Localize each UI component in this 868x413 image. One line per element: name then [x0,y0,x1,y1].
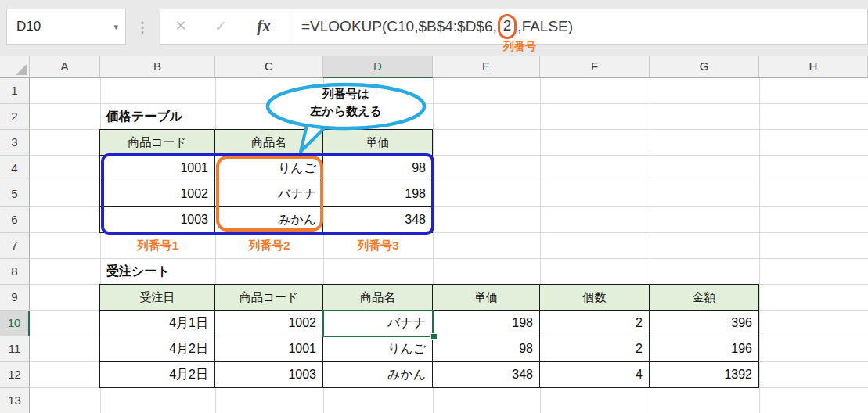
column-header-a[interactable]: A [30,56,100,78]
column-header-f[interactable]: F [540,56,650,78]
formula-input[interactable]: =VLOOKUP(C10,$B$4:$D$6, 2 ,FALSE) [290,9,868,45]
formula-circled-argument: 2 [498,14,517,39]
column-number-label-3: 列番号3 [323,234,433,258]
row-header-3[interactable]: 3 [0,130,30,156]
formula-buttons: ✕ ✓ fx [160,9,290,45]
row-header-9[interactable]: 9 [0,285,30,311]
cell-e10[interactable]: 198 [433,311,540,336]
selected-cell-outline [322,310,434,337]
callout-line-1: 列番号は [272,85,420,102]
column-number-label-1: 列番号1 [100,234,215,258]
formula-bar: D10 ▾ ⋮ ✕ ✓ fx =VLOOKUP(C10,$B$4:$D$6, 2… [0,0,868,56]
cell-c10[interactable]: 1002 [215,311,323,336]
column-header-e[interactable]: E [433,56,540,78]
fill-handle[interactable] [430,333,438,340]
row-header-1[interactable]: 1 [0,78,30,104]
cancel-icon[interactable]: ✕ [165,9,196,43]
row-header-11[interactable]: 11 [0,336,30,362]
spreadsheet-window: D10 ▾ ⋮ ✕ ✓ fx =VLOOKUP(C10,$B$4:$D$6, 2… [0,0,868,413]
cell-g10[interactable]: 396 [650,311,759,336]
corner-triangle-icon [16,64,27,75]
column-2-highlight [216,156,323,232]
column-header-g[interactable]: G [650,56,759,78]
select-all-corner[interactable] [0,56,30,78]
order-header-cell[interactable]: 個数 [540,285,650,311]
cell-b12[interactable]: 4月2日 [100,362,215,388]
price-header-cell[interactable]: 商品コード [100,130,215,156]
price-table-title: 価格テーブル [106,104,182,130]
separator-dots-icon: ⋮ [135,10,149,45]
cell-d12[interactable]: みかん [323,362,433,388]
formula-text-prefix: =VLOOKUP(C10,$B$4:$D$6, [301,18,497,35]
column-header-h[interactable]: H [759,56,868,78]
row-header-7[interactable]: 7 [0,233,30,259]
order-header-cell[interactable]: 金額 [650,285,759,311]
name-box-value: D10 [16,9,41,44]
cell-g11[interactable]: 196 [650,336,759,362]
row-header-8[interactable]: 8 [0,259,30,285]
row-header-6[interactable]: 6 [0,207,30,233]
order-header-cell[interactable]: 単価 [433,285,540,311]
gridline [759,78,760,413]
cell-b10[interactable]: 4月1日 [100,311,215,336]
cell-e12[interactable]: 348 [433,362,540,388]
column-number-annotation: 列番号 [473,40,567,54]
name-box-dropdown-icon[interactable]: ▾ [113,9,118,44]
cell-f12[interactable]: 4 [540,362,650,388]
name-box[interactable]: D10 ▾ [6,9,126,45]
order-header-cell[interactable]: 商品名 [323,285,433,311]
callout-line-2: 左から数える [272,102,420,120]
enter-icon[interactable]: ✓ [205,9,236,43]
cell-f10[interactable]: 2 [540,311,650,336]
column-header-c[interactable]: C [215,56,323,78]
cell-f11[interactable]: 2 [540,336,650,362]
row-header-5[interactable]: 5 [0,181,30,207]
callout-text: 列番号は 左から数える [272,85,420,120]
cell-c11[interactable]: 1001 [215,336,323,362]
row-header-4[interactable]: 4 [0,156,30,181]
cell-e11[interactable]: 98 [433,336,540,362]
order-sheet-title: 受注シート [106,259,170,285]
cell-g12[interactable]: 1392 [650,362,759,388]
column-number-label-2: 列番号2 [215,234,323,258]
formula-text-suffix: ,FALSE) [517,18,573,35]
order-header-cell[interactable]: 商品コード [215,285,323,311]
row-header-10-selected[interactable]: 10 [0,311,30,336]
order-header-cell[interactable]: 受注日 [100,285,215,311]
row-header-2[interactable]: 2 [0,104,30,130]
column-header-b[interactable]: B [100,56,215,78]
row-header-12[interactable]: 12 [0,362,30,388]
insert-function-icon[interactable]: fx [248,9,279,43]
cell-b11[interactable]: 4月2日 [100,336,215,362]
cell-c12[interactable]: 1003 [215,362,323,388]
row-header-13[interactable]: 13 [0,388,30,413]
cell-d11[interactable]: りんご [323,336,433,362]
column-header-d-selected[interactable]: D [323,56,433,78]
